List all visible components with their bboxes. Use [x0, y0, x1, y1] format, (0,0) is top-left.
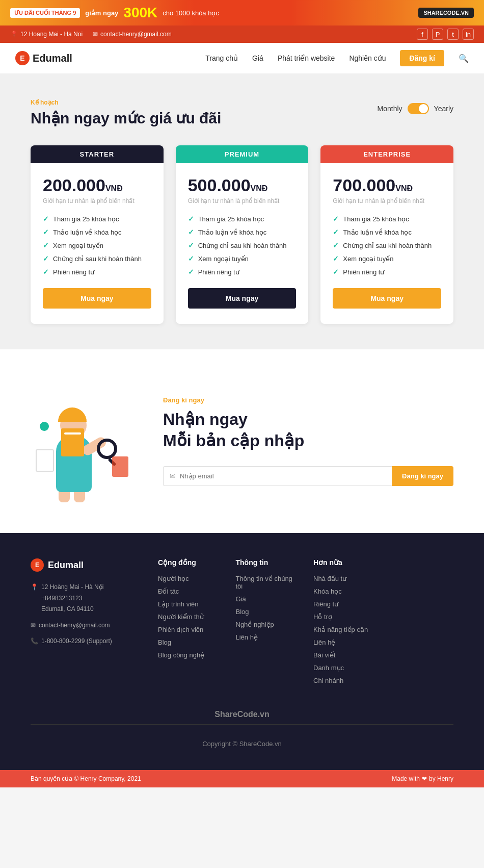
list-item: ✓Phiên riêng tư	[43, 268, 151, 276]
footer-col-community: Cộng đồng Người học Đối tác Lập trình vi…	[158, 558, 221, 690]
starter-body: 200.000VNĐ Giới hạn tư nhân là phổ biến …	[31, 163, 164, 276]
list-item: ✓Thảo luận về khóa học	[333, 228, 441, 236]
starter-buy-button[interactable]: Mua ngay	[43, 288, 151, 309]
premium-body: 500.000VNĐ Giới hạn tư nhân là phổ biến …	[176, 163, 309, 276]
check-icon: ✓	[333, 215, 339, 223]
check-icon: ✓	[43, 241, 49, 249]
logo-text: Edumall	[33, 53, 72, 64]
footer-link-riengtu[interactable]: Riêng tư	[313, 600, 376, 608]
footer-link-lienhe-more[interactable]: Liên hệ	[313, 639, 376, 646]
footer-link-blog-info[interactable]: Blog	[236, 608, 299, 616]
footer-link-baiviet[interactable]: Bài viết	[313, 651, 376, 659]
check-icon: ✓	[43, 215, 49, 223]
yearly-label: Yearly	[434, 105, 453, 113]
footer-link-khanangtiepcan[interactable]: Khả năng tiếp cận	[313, 626, 376, 633]
pricing-title: Nhận ngay mức giá ưu đãi	[31, 109, 221, 127]
cta-label: Đăng kí ngay	[163, 396, 453, 404]
list-item: ✓Thảo luận về khóa học	[188, 228, 297, 236]
footer-link-thongtinvechungtoi[interactable]: Thông tin về chúng tôi	[236, 575, 299, 590]
footer-link-gia[interactable]: Giá	[236, 595, 299, 603]
search-button[interactable]: 🔍	[459, 54, 469, 63]
cta-illustration	[31, 380, 132, 502]
premium-desc: Giới hạn tư nhân là phổ biến nhất	[188, 197, 297, 205]
footer-address: 📍 12 Hoàng Mai - Hà Nội +84983213123 Edu…	[31, 582, 143, 615]
pinterest-icon[interactable]: P	[432, 29, 443, 40]
footer-col-info: Thông tin Thông tin về chúng tôi Giá Blo…	[236, 558, 299, 690]
list-item: ✓Xem ngoại tuyến	[188, 254, 297, 263]
enterprise-features: ✓Tham gia 25 khóa học ✓Thảo luận về khóa…	[333, 215, 441, 276]
list-item: ✓Tham gia 25 khóa học	[43, 215, 151, 223]
footer-link-nguoihoc[interactable]: Người học	[158, 575, 221, 582]
illus-small-paper-right	[112, 456, 128, 477]
footer-logo: E Edumall	[31, 558, 143, 572]
illus-magnifier	[97, 439, 117, 459]
check-icon: ✓	[188, 215, 194, 223]
check-icon: ✓	[43, 254, 49, 263]
nav-gia[interactable]: Giá	[252, 54, 263, 62]
footer-link-doitac[interactable]: Đối tác	[158, 588, 221, 595]
footer: E Edumall 📍 12 Hoàng Mai - Hà Nội +84983…	[0, 533, 484, 770]
navbar: E Edumall Trang chủ Giá Phát triển websi…	[0, 43, 484, 73]
illus-hair	[58, 407, 87, 422]
footer-link-nhadautu[interactable]: Nhà đầu tư	[313, 575, 376, 582]
facebook-icon[interactable]: f	[417, 29, 428, 40]
logo[interactable]: E Edumall	[15, 51, 72, 65]
footer-phone: 📞 1-800-800-2299 (Support)	[31, 636, 143, 647]
starter-desc: Giới hạn tư nhân là phổ biến nhất	[43, 197, 151, 205]
enterprise-buy-button[interactable]: Mua ngay	[333, 288, 441, 309]
footer-link-nguoikiemthu[interactable]: Người kiểm thử	[158, 613, 221, 621]
twitter-icon[interactable]: t	[447, 29, 459, 40]
footer-brand: E Edumall 📍 12 Hoàng Mai - Hà Nội +84983…	[31, 558, 143, 690]
footer-link-nghenghiep[interactable]: Nghề nghiệp	[236, 621, 299, 628]
footer-col-info-title: Thông tin	[236, 558, 299, 567]
email-info: ✉ contact-henry@gmail.com	[93, 31, 172, 38]
footer-link-lienhe-info[interactable]: Liên hệ	[236, 633, 299, 641]
location-icon-footer: 📍	[31, 582, 38, 593]
check-icon: ✓	[43, 268, 49, 276]
enterprise-desc: Giới hạn tư nhân là phổ biến nhất	[333, 197, 441, 205]
check-icon: ✓	[333, 228, 339, 236]
footer-link-khoahoc[interactable]: Khóa học	[313, 588, 376, 595]
list-item: ✓Chứng chỉ sau khi hoàn thành	[333, 241, 441, 249]
list-item: ✓Tham gia 25 khóa học	[333, 215, 441, 223]
footer-link-danhmuc[interactable]: Danh mục	[313, 664, 376, 672]
footer-link-phiendichvien[interactable]: Phiên dịch viên	[158, 626, 221, 633]
nav-links: Trang chủ Giá Phát triển website Nghiên …	[205, 50, 469, 66]
billing-toggle[interactable]	[408, 103, 429, 114]
nav-phattrienwebsite[interactable]: Phát triển website	[278, 54, 335, 62]
email-input[interactable]	[180, 467, 386, 485]
email-icon-info: ✉	[93, 31, 98, 38]
footer-contact: 📍 12 Hoàng Mai - Hà Nội +84983213123 Edu…	[31, 582, 143, 647]
register-button[interactable]: Đăng kí	[400, 50, 444, 66]
premium-price: 500.000VNĐ	[188, 175, 297, 195]
banner-badge: ƯU ĐÃI CUỐI THÁNG 9	[10, 8, 80, 18]
banner-text-prefix: giảm ngay	[85, 9, 118, 17]
list-item: ✓Xem ngoại tuyến	[43, 241, 151, 249]
check-icon: ✓	[43, 228, 49, 236]
banner-suffix: cho 1000 khóa học	[163, 9, 219, 17]
instagram-icon[interactable]: in	[463, 29, 474, 40]
list-item: ✓Chứng chỉ sau khi hoàn thành	[43, 254, 151, 263]
cta-section: Đăng kí ngay Nhận ngay Mỗi bản cập nhập …	[0, 349, 484, 533]
toggle-knob	[419, 104, 428, 113]
footer-link-hotro[interactable]: Hỗ trợ	[313, 613, 376, 621]
logo-icon: E	[15, 51, 30, 65]
phone-icon-footer: 📞	[31, 636, 38, 647]
check-icon: ✓	[188, 228, 194, 236]
list-item: ✓Chứng chỉ sau khi hoàn thành	[188, 241, 297, 249]
premium-buy-button[interactable]: Mua ngay	[188, 288, 297, 309]
pricing-cards: STARTER 200.000VNĐ Giới hạn tư nhân là p…	[31, 145, 453, 324]
check-icon: ✓	[333, 241, 339, 249]
nav-trangchu[interactable]: Trang chủ	[205, 54, 238, 62]
banner-discount: 300K	[123, 5, 157, 21]
footer-link-blogcongnghe[interactable]: Blog công nghệ	[158, 651, 221, 659]
check-icon: ✓	[188, 254, 194, 263]
footer-link-blog[interactable]: Blog	[158, 639, 221, 646]
check-icon: ✓	[333, 254, 339, 263]
starter-card: STARTER 200.000VNĐ Giới hạn tư nhân là p…	[31, 145, 164, 324]
footer-link-chinhanh[interactable]: Chi nhánh	[313, 677, 376, 684]
footer-link-laptrinh[interactable]: Lập trình viên	[158, 600, 221, 608]
cta-subscribe-button[interactable]: Đăng kí ngay	[392, 466, 453, 486]
nav-nghiencuu[interactable]: Nghiên cứu	[349, 54, 386, 62]
check-icon: ✓	[333, 268, 339, 276]
